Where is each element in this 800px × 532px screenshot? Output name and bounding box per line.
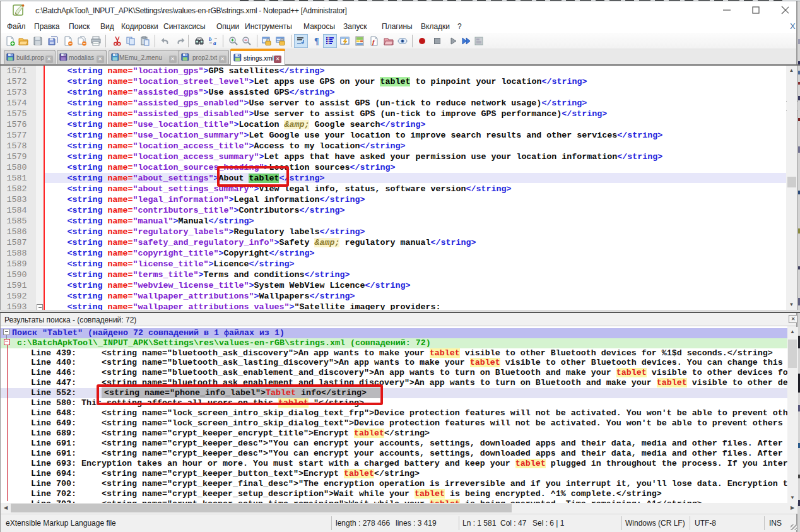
svg-text:¶: ¶ — [314, 37, 319, 46]
svg-text:b: b — [209, 36, 212, 42]
svg-text:a: a — [213, 40, 216, 46]
